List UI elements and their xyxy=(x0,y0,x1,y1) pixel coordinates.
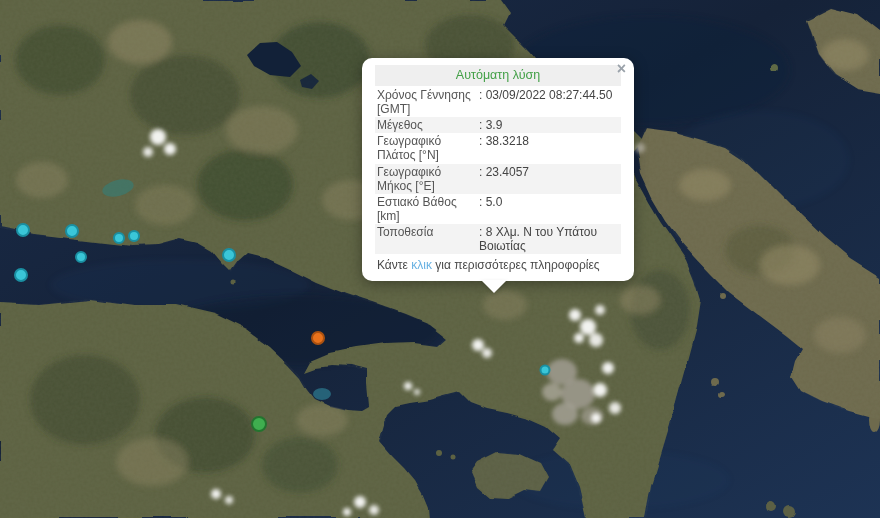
quake-marker-cyan[interactable] xyxy=(114,233,124,243)
quake-marker-cyan[interactable] xyxy=(17,224,29,236)
close-icon[interactable]: × xyxy=(617,61,626,77)
earthquake-info-popup: × Αυτόματη λύση Χρόνος Γέννησης [GMT] : … xyxy=(362,58,634,281)
quake-marker-cyan[interactable] xyxy=(76,252,86,262)
depth-label: Εστιακό Βάθος [km] xyxy=(377,195,479,223)
magnitude-label: Μέγεθος xyxy=(377,118,479,132)
satellite-map[interactable]: × Αυτόματη λύση Χρόνος Γέννησης [GMT] : … xyxy=(0,0,880,518)
location-label: Τοποθεσία xyxy=(377,225,479,253)
row-depth: Εστιακό Βάθος [km] : 5.0 xyxy=(375,194,621,224)
longitude-label: Γεωγραφικό Μήκος [°E] xyxy=(377,165,479,193)
quake-marker-cyan[interactable] xyxy=(541,366,550,375)
more-info-link[interactable]: κλικ xyxy=(411,258,432,272)
row-location: Τοποθεσία : 8 Χλμ. N του Υπάτου Βοιωτίας xyxy=(375,224,621,254)
quake-marker-green[interactable] xyxy=(252,417,266,431)
popup-footer: Κάντε κλικ για περισσότερες πληροφορίες xyxy=(375,254,621,273)
latitude-value: : 38.3218 xyxy=(479,134,619,162)
depth-value: : 5.0 xyxy=(479,195,619,223)
origin-time-value: : 03/09/2022 08:27:44.50 xyxy=(479,88,619,116)
popup-title: Αυτόματη λύση xyxy=(375,65,621,86)
row-longitude: Γεωγραφικό Μήκος [°E] : 23.4057 xyxy=(375,164,621,194)
row-magnitude: Μέγεθος : 3.9 xyxy=(375,117,621,133)
quake-marker-cyan[interactable] xyxy=(223,249,235,261)
footer-text-suffix: για περισσότερες πληροφορίες xyxy=(435,258,599,272)
location-value: : 8 Χλμ. N του Υπάτου Βοιωτίας xyxy=(479,225,619,253)
row-latitude: Γεωγραφικό Πλάτος [°N] : 38.3218 xyxy=(375,133,621,163)
quake-marker-cyan[interactable] xyxy=(129,231,139,241)
latitude-label: Γεωγραφικό Πλάτος [°N] xyxy=(377,134,479,162)
footer-text-prefix: Κάντε xyxy=(377,258,408,272)
magnitude-value: : 3.9 xyxy=(479,118,619,132)
longitude-value: : 23.4057 xyxy=(479,165,619,193)
origin-time-label: Χρόνος Γέννησης [GMT] xyxy=(377,88,479,116)
quake-marker-cyan[interactable] xyxy=(15,269,27,281)
quake-marker-cyan[interactable] xyxy=(66,225,78,237)
popup-tail-pointer xyxy=(481,280,507,293)
quake-marker-orange[interactable] xyxy=(312,332,324,344)
row-origin-time: Χρόνος Γέννησης [GMT] : 03/09/2022 08:27… xyxy=(375,87,621,117)
